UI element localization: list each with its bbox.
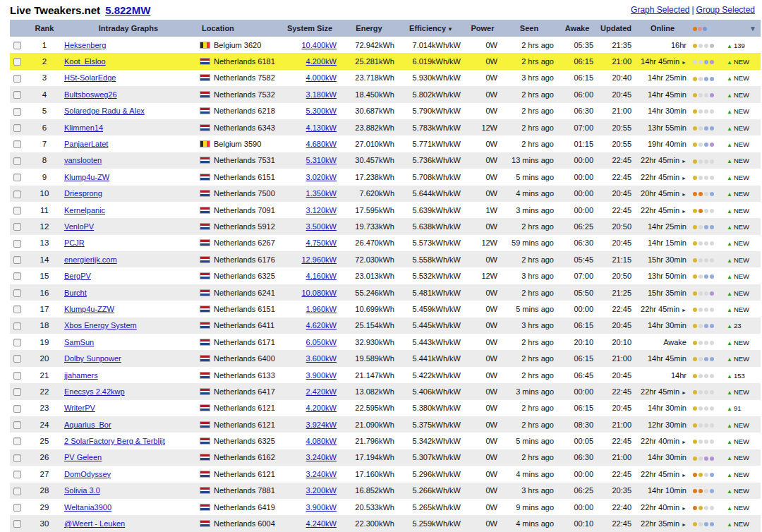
system-size-link[interactable]: 5.310kW <box>306 156 337 164</box>
system-name-link[interactable]: Klump4u-ZW <box>64 173 109 181</box>
row-checkbox[interactable] <box>13 306 21 313</box>
row-checkbox[interactable] <box>13 272 21 280</box>
row-checkbox[interactable] <box>13 157 21 165</box>
system-name-link[interactable]: Burcht <box>64 289 87 297</box>
system-name-link[interactable]: Weltania3900 <box>64 503 111 512</box>
row-checkbox[interactable] <box>13 454 21 462</box>
system-name-link[interactable]: Klimmen14 <box>64 123 103 132</box>
system-name-link[interactable]: HSt-SolarEdge <box>64 73 116 82</box>
system-name-link[interactable]: PV Geleen <box>64 453 102 461</box>
system-name-link[interactable]: Enecsys 2.42kwp <box>64 387 125 396</box>
system-size-link[interactable]: 5.300kW <box>306 107 337 115</box>
system-size-link[interactable]: 3.020kW <box>306 173 337 181</box>
row-checkbox[interactable] <box>13 488 21 495</box>
system-size-link[interactable]: 1.350kW <box>306 189 337 198</box>
system-name-link[interactable]: DomOdyssey <box>64 470 111 478</box>
col-efficiency[interactable]: Efficiency▼ <box>398 20 464 37</box>
system-size-link[interactable]: 4.130kW <box>306 123 337 132</box>
col-intraday-graphs[interactable]: Intraday Graphs <box>61 20 196 37</box>
row-checkbox[interactable] <box>13 437 21 445</box>
row-checkbox[interactable] <box>13 207 21 214</box>
system-size-link[interactable]: 6.050kW <box>306 338 337 346</box>
col-energy[interactable]: Energy <box>340 20 398 37</box>
row-checkbox[interactable] <box>13 91 21 99</box>
filter-icon[interactable]: ▼ <box>749 25 756 32</box>
system-size-link[interactable]: 2.420kW <box>306 387 337 396</box>
row-checkbox[interactable] <box>13 471 21 478</box>
row-checkbox[interactable] <box>13 339 21 346</box>
row-checkbox[interactable] <box>13 421 21 429</box>
system-size-link[interactable]: 3.900kW <box>306 371 337 380</box>
system-size-link[interactable]: 4.160kW <box>306 272 337 280</box>
row-checkbox[interactable] <box>13 108 21 116</box>
row-checkbox[interactable] <box>13 124 21 132</box>
system-size-link[interactable]: 4.080kW <box>306 437 337 445</box>
row-checkbox[interactable] <box>13 223 21 231</box>
system-name-link[interactable]: vanslooten <box>64 156 102 164</box>
system-size-link[interactable]: 4.680kW <box>306 140 337 148</box>
system-size-link[interactable]: 3.120kW <box>306 206 337 214</box>
system-name-link[interactable]: PanjaerLatet <box>64 140 108 148</box>
row-checkbox[interactable] <box>13 405 21 413</box>
row-checkbox[interactable] <box>13 42 21 49</box>
system-size-link[interactable]: 3.240kW <box>306 453 337 461</box>
col-location[interactable]: Location <box>196 20 279 37</box>
row-checkbox[interactable] <box>13 388 21 396</box>
row-checkbox[interactable] <box>13 75 21 83</box>
col-rank[interactable]: Rank <box>28 20 61 37</box>
system-name-link[interactable]: Aquarius_Bor <box>64 421 111 429</box>
row-checkbox[interactable] <box>13 140 21 148</box>
system-size-link[interactable]: 3.900kW <box>306 503 337 512</box>
system-name-link[interactable]: jjahamers <box>64 371 98 380</box>
system-name-link[interactable]: VenloPV <box>64 222 94 231</box>
system-name-link[interactable]: Koot_Elsloo <box>64 57 106 66</box>
system-name-link[interactable]: @Weert - Leuken <box>64 519 125 528</box>
system-name-link[interactable]: Xbos Energy System <box>64 321 137 330</box>
system-name-link[interactable]: Bultsbosweg26 <box>64 90 117 99</box>
group-selected-link[interactable]: Group Selected <box>696 5 755 15</box>
system-size-link[interactable]: 1.960kW <box>306 305 337 313</box>
row-checkbox[interactable] <box>13 289 21 297</box>
system-name-link[interactable]: Kernelpanic <box>64 206 105 214</box>
col-power[interactable]: Power <box>464 20 501 37</box>
row-checkbox[interactable] <box>13 174 21 181</box>
system-name-link[interactable]: PCJR <box>64 238 85 247</box>
system-name-link[interactable]: Solaredge Radu & Alex <box>64 107 145 115</box>
system-size-link[interactable]: 3.500kW <box>306 222 337 231</box>
row-checkbox[interactable] <box>13 256 21 264</box>
system-size-link[interactable]: 3.600kW <box>306 354 337 363</box>
system-size-link[interactable]: 3.924kW <box>306 421 337 429</box>
system-size-link[interactable]: 4.620kW <box>306 321 337 330</box>
system-name-link[interactable]: Heksenberg <box>64 41 106 49</box>
system-name-link[interactable]: WriterPV <box>64 404 95 412</box>
system-size-link[interactable]: 10.400kW <box>301 41 337 49</box>
row-checkbox[interactable] <box>13 58 21 66</box>
row-checkbox[interactable] <box>13 240 21 248</box>
row-checkbox[interactable] <box>13 322 21 330</box>
system-size-link[interactable]: 4.240kW <box>306 519 337 528</box>
col-system-size[interactable]: System Size <box>279 20 340 37</box>
system-name-link[interactable]: Driesprong <box>64 189 102 198</box>
col-updated[interactable]: Updated <box>597 20 635 37</box>
system-name-link[interactable]: 2 SolarFactory Berg & Terblijt <box>64 437 165 445</box>
system-size-link[interactable]: 3.200kW <box>306 486 337 495</box>
system-name-link[interactable]: BergPV <box>64 272 91 280</box>
row-checkbox[interactable] <box>13 372 21 380</box>
system-size-link[interactable]: 10.080kW <box>301 289 337 297</box>
system-name-link[interactable]: energierijk.com <box>64 255 117 264</box>
col-seen[interactable]: Seen <box>501 20 557 37</box>
system-name-link[interactable]: Solivia 3.0 <box>64 486 100 495</box>
system-size-link[interactable]: 4.750kW <box>306 238 337 247</box>
total-power-link[interactable]: 5.822MW <box>105 4 150 16</box>
system-size-link[interactable]: 4.200kW <box>306 57 337 66</box>
col-online[interactable]: Online <box>635 20 690 37</box>
system-size-link[interactable]: 3.240kW <box>306 470 337 478</box>
system-size-link[interactable]: 3.180kW <box>306 90 337 99</box>
col-awake[interactable]: Awake <box>557 20 597 37</box>
system-name-link[interactable]: Klump4u-ZZW <box>64 305 114 313</box>
system-size-link[interactable]: 4.000kW <box>306 73 337 82</box>
row-checkbox[interactable] <box>13 520 21 528</box>
system-size-link[interactable]: 4.200kW <box>306 404 337 412</box>
system-size-link[interactable]: 12.960kW <box>301 255 337 264</box>
row-checkbox[interactable] <box>13 355 21 363</box>
